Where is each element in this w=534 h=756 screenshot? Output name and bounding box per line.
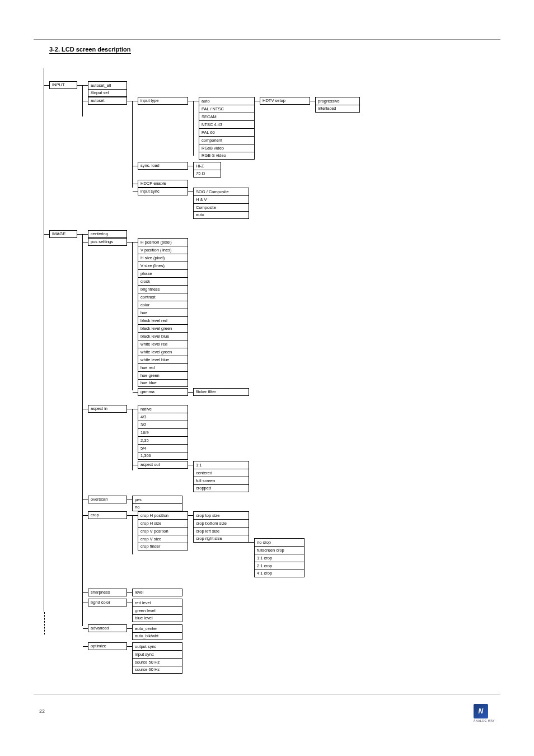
list-item: flicker filter [193,388,249,396]
list-item: 16/9 [138,428,188,436]
list-item: Hi-Z [193,162,221,170]
list-item: red level [132,599,182,606]
connector [133,409,138,409]
connector [83,85,88,86]
node-input-sel: #input sel [88,89,127,97]
list-item: source 50 Hz [132,658,182,666]
list-item: crop bottom size [193,519,249,527]
dashed-continuation [44,612,45,634]
list-item: hue blue [138,379,188,387]
node-overscan: overscan [88,496,127,503]
connector [127,409,132,409]
list-item: Composite [193,203,249,211]
page-number: 22 [39,708,45,714]
list-item: white level red [138,340,188,348]
list-item: hue [138,309,188,316]
list-item: SECAM [199,113,255,120]
node-autoset: autoset [88,97,127,105]
list-item: crop V position [138,527,188,535]
node-hdcp-enable: HDCP enable [138,180,188,188]
list-item: brightness [138,285,188,293]
list-item: black level red [138,316,188,324]
list-item: cropped [193,484,249,492]
connector [133,192,138,192]
list-item: V position (lines) [138,246,188,254]
connector [77,85,82,86]
list-item: H position (pixel) [138,238,188,246]
header-rule [34,39,500,40]
list-item: 75 Ω [193,170,221,178]
list-item: green level [132,606,182,614]
connector [127,242,132,242]
list-item: 4:1 crop [254,570,305,577]
list-item: black level blue [138,332,188,340]
connector [188,101,193,101]
connector [133,242,138,242]
connector [188,392,193,393]
list-item: hue green [138,371,188,379]
list-item: phase [138,269,188,277]
node-image: IMAGE [49,230,77,238]
connector [127,603,132,603]
connector [188,465,193,465]
list-item: no crop [254,538,305,546]
connector [188,192,193,192]
list-item: 1:1 crop [254,554,305,562]
logo-text: ANALOG WAY [474,719,495,722]
list-item: PAL / NTSC [199,105,255,113]
list-item: crop finder [138,543,188,550]
node-crop: crop [88,511,127,519]
list-item: 3/2 [138,421,188,428]
connector [77,234,82,235]
list-item: output sync [132,642,182,650]
list-item: source 60 Hz [132,666,182,674]
pos-settings-list: H position (pixel) V position (lines) H … [138,238,188,387]
connector [255,101,260,101]
connector [249,542,254,543]
node-optimize: optimize [88,642,127,650]
connector [83,500,88,500]
node-sync-load: sync. load [138,162,188,170]
list-item: white level green [138,348,188,356]
connector [44,234,49,235]
list-item: hue red [138,363,188,371]
node-aspect-in: aspect in [88,405,127,413]
input-type-list: auto PAL / NTSC SECAM NTSC 4.43 PAL 60 c… [199,97,255,160]
node-gamma: gamma [138,388,188,396]
section-index: 3-2. [49,46,60,53]
list-item: SOG / Composite [193,188,249,195]
logo-mark-icon: N [474,704,488,718]
list-item: crop V size [138,535,188,543]
connector [83,603,88,603]
list-item: contrast [138,293,188,301]
node-input-sync: input sync [138,188,188,195]
list-item: input sync [132,650,182,658]
list-item: crop left size [193,527,249,535]
connector [133,465,138,465]
connector [133,184,138,184]
node-sharpness: sharpness [88,589,127,596]
node-input: INPUT [49,81,77,89]
connector [194,101,199,101]
footer-rule [34,694,500,694]
connector [133,392,138,393]
list-item: crop top size [193,511,249,519]
list-item: 2:1 crop [254,562,305,570]
list-item: color [138,301,188,309]
list-item: fullscreen crop [254,546,305,554]
list-item: 4/3 [138,413,188,421]
list-item: PAL 60 [199,128,255,136]
connector [127,101,132,101]
list-item: white level blue [138,356,188,363]
list-item: yes [132,496,182,503]
section-title: 3-2. LCD screen description [49,46,131,54]
list-item: interlaced [315,105,360,113]
connector [44,85,49,86]
node-pos-settings: pos settings [88,238,127,246]
list-item: component [199,136,255,144]
list-item: black level green [138,324,188,332]
brand-logo: N ANALOG WAY [474,704,495,722]
node-bgnd-color: bgnd color [88,599,127,606]
list-item: V size (lines) [138,262,188,269]
list-item: 1,366 [138,452,188,460]
